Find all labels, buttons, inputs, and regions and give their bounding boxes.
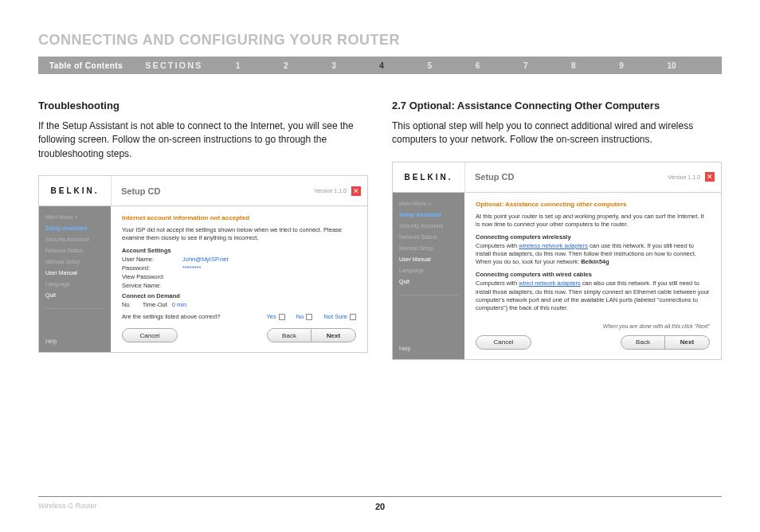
sidebar-item-security-assistant[interactable]: Security Assistant <box>45 237 104 242</box>
cancel-button[interactable]: Cancel <box>122 328 178 342</box>
panel-sidebar: Main Menu > Setup Assistant Security Ass… <box>39 206 111 352</box>
cod-timeout-value: 0 min <box>172 301 186 308</box>
next-button[interactable]: Next <box>665 335 710 350</box>
option-yes[interactable]: Yes <box>267 313 285 320</box>
warning-title: Internet account information not accepte… <box>122 214 356 221</box>
next-button[interactable]: Next <box>311 328 356 342</box>
password-value: ******** <box>182 264 201 272</box>
section-link-3[interactable]: 3 <box>331 61 336 70</box>
panel-sidebar: Main Menu > Setup Assistant Security Ass… <box>393 193 464 359</box>
back-button[interactable]: Back <box>267 328 311 342</box>
password-label: Password: <box>122 264 178 272</box>
page-number: 20 <box>375 502 385 511</box>
right-heading: 2.7 Optional: Assistance Connecting Othe… <box>392 100 722 111</box>
close-icon[interactable]: ✕ <box>705 172 715 182</box>
panel-title: Setup CD <box>111 176 314 205</box>
page-footer: Wireless G Router 20 <box>38 496 722 510</box>
sidebar-help[interactable]: Help <box>45 323 104 344</box>
sidebar-item-language[interactable]: Language <box>45 281 104 287</box>
view-password-label: View Password: <box>122 273 178 280</box>
section-link-5[interactable]: 5 <box>428 61 433 70</box>
section-link-8[interactable]: 8 <box>571 61 576 70</box>
username-label: User Name: <box>122 256 178 263</box>
wired-text: Computers with wired network adapters ca… <box>476 280 710 312</box>
sidebar-help[interactable]: Help <box>399 330 458 351</box>
left-column: Troubleshooting If the Setup Assistant i… <box>38 100 368 360</box>
sidebar-item-network-status[interactable]: Network Status <box>399 234 458 240</box>
sidebar-item-user-manual[interactable]: User Manual <box>399 256 458 262</box>
cod-timeout-label: Time-Out <box>143 301 167 308</box>
section-link-1[interactable]: 1 <box>236 61 241 70</box>
optional-title: Optional: Assistance connecting other co… <box>476 201 710 208</box>
section-link-10[interactable]: 10 <box>667 61 676 70</box>
setup-cd-panel-left: BELKIN. Setup CD Version 1.1.0 ✕ Main Me… <box>38 175 368 353</box>
panel-main-left: Internet account information not accepte… <box>111 206 367 352</box>
option-no[interactable]: No <box>296 313 313 320</box>
cancel-button[interactable]: Cancel <box>476 335 531 350</box>
wired-adapters-link[interactable]: wired network adapters <box>519 280 581 287</box>
network-name: Belkin54g <box>581 258 609 265</box>
wireless-head: Connecting computers wirelessly <box>476 233 710 241</box>
sidebar-item-user-manual[interactable]: User Manual <box>45 270 104 276</box>
sidebar-item-main-menu[interactable]: Main Menu > <box>45 214 104 220</box>
option-not-sure[interactable]: Not Sure <box>323 313 356 320</box>
sidebar-item-language[interactable]: Language <box>399 268 458 273</box>
section-link-2[interactable]: 2 <box>284 61 288 70</box>
username-value: John@MyISP.net <box>182 256 229 263</box>
sidebar-item-manual-setup[interactable]: Manual Setup <box>399 245 458 251</box>
belkin-logo: BELKIN. <box>393 173 464 182</box>
section-link-7[interactable]: 7 <box>523 61 528 70</box>
close-icon[interactable]: ✕ <box>351 186 361 196</box>
service-name-label: Service Name: <box>122 282 178 289</box>
section-numbers: 1 2 3 4 5 6 7 8 9 10 <box>214 61 722 70</box>
right-column: 2.7 Optional: Assistance Connecting Othe… <box>392 100 722 360</box>
panel-main-right: Optional: Assistance connecting other co… <box>464 193 721 359</box>
left-body: If the Setup Assistant is not able to co… <box>38 119 368 161</box>
intro-text: Your ISP did not accept the settings sho… <box>122 226 356 242</box>
wireless-text: Computers with wireless network adapters… <box>476 242 710 266</box>
sections-label: SECTIONS <box>134 61 214 70</box>
toc-link[interactable]: Table of Contents <box>38 61 134 70</box>
sidebar-item-quit[interactable]: Quit <box>399 279 458 284</box>
left-heading: Troubleshooting <box>38 100 368 111</box>
panel-version: Version 1.1.0 <box>668 174 705 180</box>
sidebar-item-setup-assistant[interactable]: Setup Assistant <box>399 212 458 217</box>
sidebar-item-setup-assistant[interactable]: Setup Assistant <box>45 225 104 231</box>
wired-head: Connecting computers with wired cables <box>476 271 710 278</box>
intro-text: At this point your router is set up and … <box>476 213 710 229</box>
done-note: When you are done with all this click "N… <box>476 323 710 329</box>
cod-no: No <box>122 301 130 308</box>
account-settings-head: Account Settings <box>122 247 356 254</box>
sidebar-item-security-assistant[interactable]: Security Assistant <box>399 223 458 229</box>
settings-question: Are the settings listed above correct? <box>122 313 256 320</box>
product-name: Wireless G Router <box>38 502 97 510</box>
back-button[interactable]: Back <box>621 335 665 350</box>
section-link-9[interactable]: 9 <box>619 61 624 70</box>
sidebar-item-network-status[interactable]: Network Status <box>45 248 104 253</box>
section-link-4[interactable]: 4 <box>379 61 384 70</box>
connect-on-demand-head: Connect on Demand <box>122 292 356 299</box>
page-title: CONNECTING AND CONFIGURING YOUR ROUTER <box>38 32 722 49</box>
setup-cd-panel-right: BELKIN. Setup CD Version 1.1.0 ✕ Main Me… <box>392 162 722 360</box>
right-body: This optional step will help you to conn… <box>392 119 722 147</box>
section-nav: Table of Contents SECTIONS 1 2 3 4 5 6 7… <box>38 57 722 74</box>
section-link-6[interactable]: 6 <box>476 61 480 70</box>
wireless-adapters-link[interactable]: wireless network adapters <box>519 242 588 249</box>
sidebar-item-quit[interactable]: Quit <box>45 292 104 298</box>
sidebar-item-manual-setup[interactable]: Manual Setup <box>45 259 104 264</box>
sidebar-item-main-menu[interactable]: Main Menu > <box>399 201 458 206</box>
belkin-logo: BELKIN. <box>39 186 111 195</box>
panel-title: Setup CD <box>464 162 668 192</box>
panel-version: Version 1.1.0 <box>314 188 351 194</box>
